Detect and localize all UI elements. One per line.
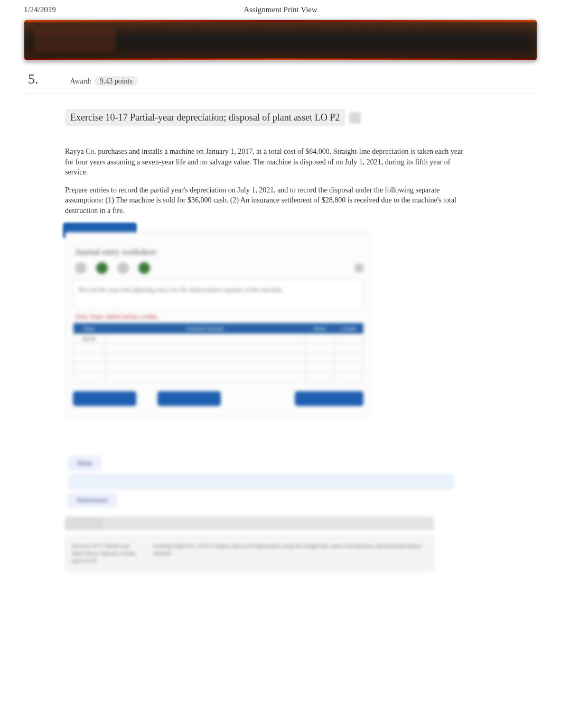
brand-banner bbox=[24, 20, 537, 61]
table-cell[interactable] bbox=[305, 362, 334, 372]
table-cell[interactable]: Jul 01 bbox=[73, 334, 105, 343]
col-debit: Debit bbox=[305, 323, 334, 334]
col-date: Date bbox=[73, 323, 105, 334]
problem-paragraph-1: Rayya Co. purchases and installs a machi… bbox=[65, 146, 467, 178]
award-points: 9.43 points bbox=[95, 76, 138, 86]
table-cell[interactable] bbox=[305, 372, 334, 381]
question-number: 5. bbox=[28, 71, 39, 87]
table-cell[interactable] bbox=[105, 353, 305, 362]
table-cell[interactable] bbox=[105, 343, 305, 353]
worksheet-instruction: Record the year-end adjusting entry for … bbox=[73, 279, 363, 309]
print-date: 1/24/2019 bbox=[24, 5, 56, 14]
table-cell[interactable] bbox=[334, 362, 363, 372]
col-credit: Credit bbox=[334, 323, 363, 334]
table-cell[interactable] bbox=[334, 334, 363, 343]
table-cell[interactable] bbox=[73, 362, 105, 372]
problem-paragraph-2: Prepare entries to record the partial ye… bbox=[65, 185, 467, 216]
step-indicator[interactable] bbox=[96, 262, 108, 274]
hints-link[interactable]: Hints bbox=[68, 456, 101, 470]
table-cell[interactable] bbox=[334, 353, 363, 362]
table-cell[interactable] bbox=[334, 372, 363, 381]
references-section: Hints References Exercise 10-17 Partial-… bbox=[65, 454, 467, 572]
clear-entry-button[interactable] bbox=[157, 391, 221, 406]
question-header: 5. Award: 9.43 points bbox=[24, 61, 537, 94]
table-cell[interactable] bbox=[105, 362, 305, 372]
table-cell[interactable] bbox=[73, 343, 105, 353]
table-cell[interactable] bbox=[334, 343, 363, 353]
table-cell[interactable] bbox=[305, 334, 334, 343]
exercise-title: Exercise 10-17 Partial-year depreciation… bbox=[65, 109, 345, 126]
record-entry-button[interactable] bbox=[73, 391, 136, 406]
table-cell[interactable] bbox=[305, 343, 334, 353]
page-title: Assignment Print View bbox=[244, 5, 317, 14]
references-link[interactable]: References bbox=[68, 493, 117, 507]
view-general-journal-button[interactable] bbox=[295, 391, 363, 406]
journal-table[interactable]: Date General Journal Debit Credit Jul 01 bbox=[73, 323, 363, 382]
connect-logo bbox=[34, 29, 116, 51]
step-indicator[interactable] bbox=[75, 262, 87, 274]
col-general-journal: General Journal bbox=[105, 323, 305, 334]
table-cell[interactable] bbox=[73, 372, 105, 381]
worksheet-title: Journal entry worksheet bbox=[75, 247, 363, 257]
close-icon[interactable] bbox=[355, 264, 363, 272]
table-cell[interactable] bbox=[105, 372, 305, 381]
reference-details: Exercise 10-17 Partial-year depreciation… bbox=[65, 536, 435, 572]
table-cell[interactable] bbox=[305, 353, 334, 362]
reference-right: Learning Objective: 10-P2 Compute and re… bbox=[153, 542, 428, 565]
reference-left: Exercise 10-17 Partial-year depreciation… bbox=[72, 542, 137, 565]
help-icon[interactable] bbox=[349, 112, 361, 124]
journal-entry-worksheet: Journal entry worksheet Record the year-… bbox=[65, 232, 371, 417]
worksheet-note: Note: Enter debits before credits. bbox=[75, 313, 363, 321]
award-label: Award: bbox=[70, 77, 92, 85]
table-cell[interactable] bbox=[73, 353, 105, 362]
meta-bar bbox=[65, 517, 435, 530]
step-indicator[interactable] bbox=[117, 262, 129, 274]
step-indicator[interactable] bbox=[138, 262, 150, 274]
table-cell[interactable] bbox=[105, 334, 305, 343]
ebook-resources-link[interactable] bbox=[68, 474, 454, 489]
